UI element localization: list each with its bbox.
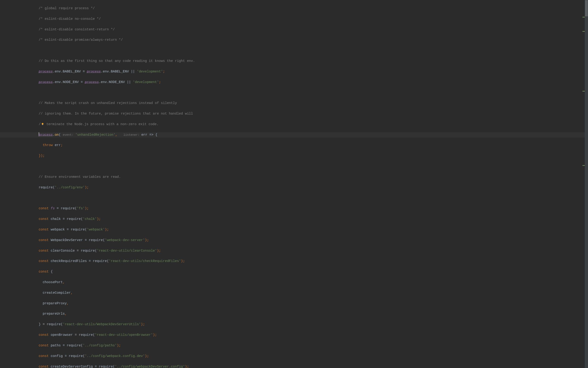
change-marker[interactable] bbox=[582, 31, 585, 32]
code-editor[interactable]: /* global require process */ /* eslint-d… bbox=[0, 0, 583, 368]
code-line[interactable]: // Makes the script crash on unhandled r… bbox=[39, 101, 583, 106]
code-line[interactable]: } = require('react-dev-utils/WebpackDevS… bbox=[39, 322, 583, 327]
code-line[interactable]: process.env.NODE_ENV = process.env.NODE_… bbox=[39, 80, 583, 85]
code-line[interactable] bbox=[39, 164, 583, 169]
code-line[interactable]: const paths = require('../config/paths')… bbox=[39, 343, 583, 348]
code-line[interactable]: // ignoring them. In the future, promise… bbox=[39, 111, 583, 116]
comment: // Do this as the first thing so that an… bbox=[39, 59, 195, 63]
code-line[interactable]: /* eslint-disable promise/always-return … bbox=[39, 37, 583, 43]
comment: terminate the Node.js process with a non… bbox=[44, 122, 159, 126]
svg-rect-1 bbox=[42, 124, 43, 125]
code-line[interactable]: / terminate the Node.js process with a n… bbox=[39, 122, 583, 127]
code-line-current[interactable]: process.on( event: 'unhandledRejection',… bbox=[0, 132, 588, 138]
code-line[interactable] bbox=[39, 195, 583, 201]
code-line[interactable]: const createDevServerConfig = require('.… bbox=[39, 364, 583, 368]
comment: // Ensure environment variables are read… bbox=[39, 175, 121, 179]
comment: /* eslint-disable no-console */ bbox=[39, 17, 101, 21]
code-line[interactable]: const chalk = require('chalk'); bbox=[39, 216, 583, 222]
code-line[interactable]: const fs = require('fs'); bbox=[39, 206, 583, 211]
change-marker[interactable] bbox=[582, 165, 585, 166]
code-line[interactable]: }); bbox=[39, 153, 583, 158]
identifier-process: process bbox=[39, 70, 53, 73]
comment: /* eslint-disable promise/always-return … bbox=[39, 38, 123, 42]
identifier-process: process bbox=[39, 133, 53, 137]
code-line[interactable]: const config = require('../config/webpac… bbox=[39, 353, 583, 359]
code-line[interactable]: prepareProxy, bbox=[39, 301, 583, 306]
error-stripe[interactable] bbox=[582, 0, 585, 368]
comment: /* eslint-disable consistent-return */ bbox=[39, 28, 115, 31]
code-line[interactable]: process.env.BABEL_ENV = process.env.BABE… bbox=[39, 69, 583, 74]
comment: / bbox=[39, 122, 41, 126]
code-line[interactable]: // Do this as the first thing so that an… bbox=[39, 58, 583, 64]
code-line[interactable]: choosePort, bbox=[39, 280, 583, 285]
code-line[interactable]: prepareUrls, bbox=[39, 311, 583, 316]
comment: // ignoring them. In the future, promise… bbox=[39, 112, 193, 115]
code-line[interactable] bbox=[39, 90, 583, 95]
code-line[interactable]: const openBrowser = require('react-dev-u… bbox=[39, 332, 583, 338]
code-line[interactable]: /* global require process */ bbox=[39, 6, 583, 11]
code-line[interactable]: const { bbox=[39, 269, 583, 274]
code-line[interactable]: const webpack = require('webpack'); bbox=[39, 227, 583, 232]
code-line[interactable]: /* eslint-disable no-console */ bbox=[39, 16, 583, 22]
svg-point-0 bbox=[42, 123, 43, 124]
code-line[interactable]: const WebpackDevServer = require('webpac… bbox=[39, 238, 583, 243]
vertical-scrollbar[interactable] bbox=[585, 0, 588, 368]
code-line[interactable]: throw err; bbox=[39, 143, 583, 148]
code-line[interactable] bbox=[39, 48, 583, 53]
code-line[interactable]: require('../config/env'); bbox=[39, 185, 583, 190]
code-line[interactable]: const checkRequiredFiles = require('reac… bbox=[39, 258, 583, 264]
parameter-hint: event: bbox=[63, 133, 75, 137]
identifier-process: process bbox=[39, 80, 53, 84]
code-line[interactable]: // Ensure environment variables are read… bbox=[39, 174, 583, 180]
code-line[interactable]: const clearConsole = require('react-dev-… bbox=[39, 248, 583, 253]
parameter-hint: listener: bbox=[123, 133, 141, 137]
change-marker[interactable] bbox=[582, 17, 585, 18]
code-line[interactable]: createCompiler, bbox=[39, 290, 583, 295]
scrollbar-thumb[interactable] bbox=[585, 0, 588, 16]
code-line[interactable]: /* eslint-disable consistent-return */ bbox=[39, 27, 583, 32]
comment: /* global require process */ bbox=[39, 6, 95, 10]
comment: // Makes the script crash on unhandled r… bbox=[39, 101, 177, 105]
change-marker[interactable] bbox=[582, 91, 585, 92]
intention-bulb-icon[interactable] bbox=[41, 122, 44, 125]
